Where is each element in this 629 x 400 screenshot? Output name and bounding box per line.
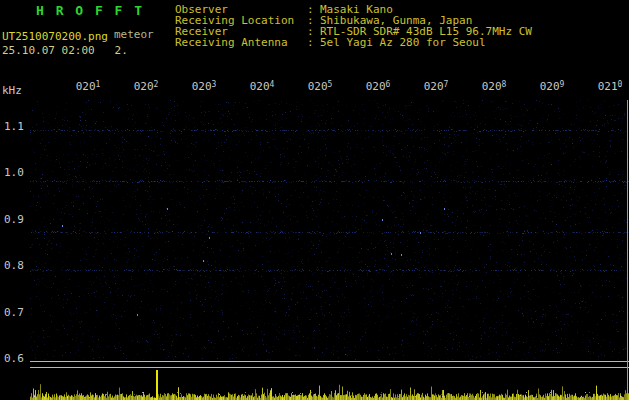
x-tick-label: 0209 — [537, 80, 567, 93]
x-tick-label: 0206 — [363, 80, 393, 93]
observation-timestamp: 25.10.07 02:00 2. — [2, 44, 128, 57]
app-title: H R O F F T — [36, 3, 144, 18]
observation-mode-label: meteor — [114, 28, 154, 41]
x-tick-label: 0208 — [479, 80, 509, 93]
y-tick-label: 1.1 — [4, 120, 24, 133]
info-separator: : — [307, 37, 320, 48]
x-tick-label: 0204 — [247, 80, 277, 93]
x-tick-label: 0205 — [305, 80, 335, 93]
info-row-antenna: Receiving Antenna:5el Yagi Az 280 for Se… — [175, 37, 532, 48]
y-tick-label: 0.8 — [4, 259, 24, 272]
x-tick-sup: 5 — [328, 80, 333, 89]
file-line: UT2510070200.pngmeteor — [2, 30, 154, 43]
x-tick-sup: 2 — [154, 80, 159, 89]
hrofft-screen: H R O F F T UT2510070200.pngmeteor 25.10… — [0, 0, 629, 400]
x-tick-base: 020 — [540, 80, 560, 93]
y-tick-label: 0.9 — [4, 213, 24, 226]
x-tick-base: 020 — [250, 80, 270, 93]
x-tick-base: 020 — [308, 80, 328, 93]
x-tick-label: 0201 — [73, 80, 103, 93]
x-tick-label: 0210 — [595, 80, 625, 93]
x-tick-base: 020 — [192, 80, 212, 93]
y-tick-label: 0.7 — [4, 306, 24, 319]
x-tick-label: 0203 — [189, 80, 219, 93]
x-tick-base: 021 — [598, 80, 618, 93]
x-tick-base: 020 — [482, 80, 502, 93]
right-border-line — [627, 100, 628, 400]
info-value: 5el Yagi Az 280 for Seoul — [320, 37, 486, 48]
output-filename: UT2510070200.png — [2, 30, 108, 43]
level-ref-line-upper — [30, 361, 629, 362]
x-tick-base: 020 — [76, 80, 96, 93]
x-tick-sup: 1 — [96, 80, 101, 89]
x-tick-sup: 9 — [560, 80, 565, 89]
x-tick-label: 0202 — [131, 80, 161, 93]
spectrogram-canvas — [30, 100, 629, 360]
x-tick-label: 0207 — [421, 80, 451, 93]
x-tick-sup: 0 — [618, 80, 623, 89]
y-tick-label: 1.0 — [4, 166, 24, 179]
x-tick-sup: 4 — [270, 80, 275, 89]
x-tick-sup: 3 — [212, 80, 217, 89]
x-tick-base: 020 — [366, 80, 386, 93]
x-tick-sup: 6 — [386, 80, 391, 89]
signal-level-canvas — [30, 368, 629, 400]
x-tick-base: 020 — [424, 80, 444, 93]
y-tick-label: 0.6 — [4, 352, 24, 365]
x-tick-sup: 8 — [502, 80, 507, 89]
info-label: Receiving Antenna — [175, 37, 307, 48]
y-axis-unit: kHz — [2, 84, 22, 97]
station-info: Observer:Masaki Kano Receiving Location:… — [175, 4, 532, 48]
x-tick-sup: 7 — [444, 80, 449, 89]
x-tick-base: 020 — [134, 80, 154, 93]
